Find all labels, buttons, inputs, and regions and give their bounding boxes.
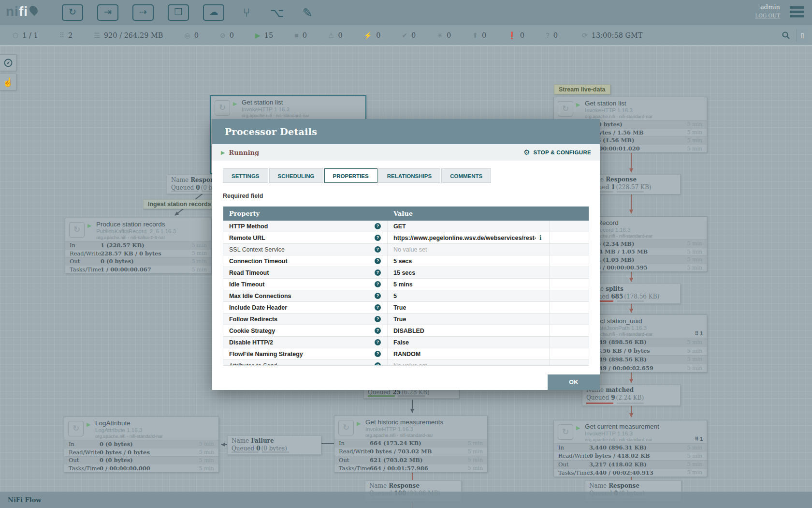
nifi-logo: nifi bbox=[6, 4, 37, 19]
processor[interactable]: ↻ ▶ Get historic measurements InvokeHTTP… bbox=[334, 416, 488, 473]
component-toolbar: ↻⇥⇢❒☁⑂⌥✎ bbox=[62, 3, 316, 22]
navigate-palette-button[interactable] bbox=[0, 54, 16, 71]
queued-count: 0 bbox=[256, 445, 260, 452]
help-icon: ? bbox=[375, 281, 381, 287]
property-name: Attributes to Send bbox=[229, 362, 375, 366]
canvas-label[interactable]: Ingest station records bbox=[143, 199, 216, 209]
processor-type: InvokeHTTP 1.16.3 bbox=[365, 426, 413, 432]
status-item-icon: ⚡ bbox=[364, 31, 372, 39]
processor[interactable]: ↻ ▶ Get current measurement InvokeHTTP 1… bbox=[553, 420, 707, 477]
status-item-value: 0 bbox=[338, 31, 342, 39]
property-value: True bbox=[393, 316, 406, 323]
status-item-value: 0 bbox=[194, 31, 199, 39]
status-item: ⬆ 0 bbox=[472, 31, 486, 39]
property-row: Connection Timeout ? 5 secs bbox=[223, 255, 589, 267]
processor-bundle: org.apache.nifi - nifi-standard-nar bbox=[585, 114, 652, 119]
required-field-label: Required field bbox=[223, 193, 600, 200]
status-item: ✔ 0 bbox=[402, 31, 416, 39]
property-row: Max Idle Connections ? 5 bbox=[223, 290, 589, 302]
status-item-value: 1 / 1 bbox=[22, 31, 38, 39]
running-indicator-icon: ▶ bbox=[87, 223, 91, 229]
breadcrumb[interactable]: NiFi Flow bbox=[8, 492, 812, 508]
help-icon: ? bbox=[375, 362, 381, 365]
logout-link[interactable]: LOG OUT bbox=[755, 13, 780, 18]
status-item-icon: ⚠ bbox=[328, 31, 334, 39]
queued-count: 25 bbox=[392, 389, 401, 396]
canvas-label[interactable]: Stream live-data bbox=[554, 85, 610, 94]
select-hand-icon: ☝ bbox=[2, 78, 13, 87]
refresh-icon[interactable]: ⟳ bbox=[582, 31, 588, 39]
property-name: Include Date Header bbox=[229, 304, 375, 311]
global-menu-icon[interactable] bbox=[790, 6, 804, 19]
property-value: No value set bbox=[393, 362, 427, 366]
processor-stats: In3,440 (896.31 KB)5 min Read/Write0 byt… bbox=[554, 443, 707, 477]
property-value: True bbox=[393, 304, 406, 311]
status-item-value: 15 bbox=[264, 31, 273, 39]
property-row: Remote URL ? https://www.pegelonline.wsv… bbox=[223, 232, 589, 244]
processor-type-icon: ↻ bbox=[215, 100, 230, 116]
processor-type: InvokeHTTP 1.16.3 bbox=[585, 107, 633, 113]
help-icon: ? bbox=[375, 235, 381, 241]
status-item: ☰ 920 / 264.29 MB bbox=[94, 31, 163, 39]
queue-percent-bars bbox=[232, 451, 289, 453]
properties-table-body: HTTP Method ? GET Remote URL ? https://w… bbox=[223, 221, 589, 365]
processor-bundle: org.apache.nifi - nifi-standard-nar bbox=[242, 113, 309, 118]
ok-button[interactable]: OK bbox=[548, 374, 600, 390]
stop-and-configure-button[interactable]: ⚙ STOP & CONFIGURE bbox=[523, 148, 591, 157]
processor[interactable]: ↻ ▶ Produce station records PublishKafka… bbox=[65, 218, 212, 274]
status-item-icon: ⠿ bbox=[59, 31, 64, 39]
status-item-icon: ▶ bbox=[255, 31, 261, 39]
connection-label[interactable]: NameFailure Queued0(0 bytes) bbox=[227, 435, 321, 455]
property-value: False bbox=[393, 339, 409, 346]
status-item-icon: ? bbox=[546, 31, 550, 39]
property-row: HTTP Method ? GET bbox=[223, 221, 589, 232]
bulletin-panel-icon[interactable]: ▯ bbox=[796, 29, 808, 42]
property-value: 5 secs bbox=[393, 258, 412, 265]
status-item-value: 0 bbox=[520, 31, 524, 39]
processor[interactable]: ↻ ▶ LogAttribute LogAttribute 1.16.3 org… bbox=[64, 417, 219, 473]
value-column-header: Value bbox=[388, 210, 589, 217]
status-item: ⬡ 1 / 1 bbox=[13, 31, 38, 39]
property-value: https://www.pegelonline.wsv.de/webservic… bbox=[393, 235, 536, 241]
property-name: SSL Context Service bbox=[229, 246, 375, 253]
processor-name: Produce station records bbox=[96, 221, 165, 228]
dialog-tab[interactable]: COMMENTS bbox=[441, 168, 491, 183]
property-value: RANDOM bbox=[393, 351, 420, 358]
help-icon: ? bbox=[375, 223, 381, 229]
queued-size: (2.24 KB) bbox=[616, 394, 644, 401]
status-item-value: 920 / 264.29 MB bbox=[104, 31, 163, 39]
property-value: DISABLED bbox=[393, 328, 424, 334]
property-column-header: Property bbox=[223, 210, 388, 217]
processor-stats: In1 (228.57 KB)5 min Read/Write228.57 KB… bbox=[65, 241, 211, 273]
dialog-tab[interactable]: RELATIONSHIPS bbox=[378, 168, 440, 183]
property-name: Read Timeout bbox=[229, 269, 375, 276]
status-item-icon: ✳ bbox=[437, 31, 443, 39]
status-item-icon: ❗ bbox=[508, 31, 516, 39]
property-name: Follow Redirects bbox=[229, 316, 375, 323]
relationship-name: Response bbox=[606, 176, 637, 183]
dialog-tabs: SETTINGSSCHEDULINGPROPERTIESRELATIONSHIP… bbox=[223, 168, 600, 183]
dialog-tab[interactable]: SETTINGS bbox=[223, 168, 268, 183]
queued-size: (178.56 KB) bbox=[624, 293, 659, 300]
status-item-value: 0 bbox=[482, 31, 486, 39]
running-indicator-icon: ▶ bbox=[233, 101, 237, 107]
breadcrumb-bar: NiFi Flow bbox=[0, 492, 812, 508]
running-status-icon: ▶ bbox=[221, 149, 225, 156]
relationship-name: matched bbox=[606, 387, 634, 393]
nifi-drop-icon bbox=[28, 4, 39, 16]
help-icon: ? bbox=[375, 339, 381, 345]
gear-icon: ⚙ bbox=[523, 148, 530, 157]
navigate-compass-icon bbox=[3, 58, 13, 68]
status-item-value: 0 bbox=[376, 31, 380, 39]
help-icon: ? bbox=[375, 293, 381, 299]
help-icon: ? bbox=[375, 316, 381, 322]
status-item-icon: ⬡ bbox=[13, 31, 18, 39]
status-item: ◎ 0 bbox=[185, 31, 199, 39]
search-icon[interactable] bbox=[782, 31, 790, 40]
processor-type: PublishKafkaRecord_2_6 1.16.3 bbox=[96, 228, 176, 234]
dialog-status-row: ▶ Running ⚙ STOP & CONFIGURE bbox=[212, 144, 600, 161]
status-item-value: 0 bbox=[553, 31, 558, 39]
dialog-tab[interactable]: SCHEDULING bbox=[269, 168, 323, 183]
dialog-tab[interactable]: PROPERTIES bbox=[324, 168, 377, 183]
operate-palette-button[interactable]: ☝ bbox=[0, 74, 16, 90]
